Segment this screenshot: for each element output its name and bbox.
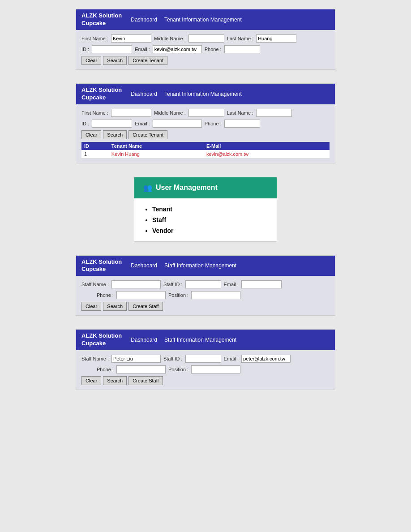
search-button4[interactable]: Search [103,376,127,385]
staff-search-empty-section: ALZK Solution Cupcake Dashboard Staff In… [76,255,335,316]
module-link4[interactable]: Staff Information Management [164,337,236,343]
staff-id-label3: Staff ID : [163,282,183,287]
staff-name-input4[interactable] [111,355,161,363]
staff-id-label4: Staff ID : [163,356,183,361]
section4-header: ALZK Solution Cupcake Dashboard Staff In… [76,330,335,350]
position-input3[interactable] [191,291,240,299]
form-row-2: ID : Email : Phone : [81,45,330,53]
col-email-header: E-Mail [204,142,330,150]
module-link1[interactable]: Tenant Information Management [164,17,242,23]
module-link2[interactable]: Tenant Information Management [164,91,242,97]
clear-button4[interactable]: Clear [81,376,101,385]
email-label4: Email : [224,356,239,361]
clear-button3[interactable]: Clear [81,302,101,311]
middle-name-label1: Middle Name : [154,36,186,41]
dashboard-link1[interactable]: Dashboard [131,17,157,23]
dashboard-link2[interactable]: Dashboard [131,91,157,97]
module-link3[interactable]: Staff Information Management [164,262,236,269]
search-button2[interactable]: Search [103,130,127,139]
form-row-8: Phone : Position : [81,365,330,373]
email-label3: Email : [224,282,239,287]
section1-body: First Name : Middle Name : Last Name : I… [76,30,335,69]
row-id: 1 [81,150,109,159]
btn-row-3: Clear Search Create Staff [81,302,330,311]
nav1: Dashboard Tenant Information Management [131,17,242,23]
btn-row-4: Clear Search Create Staff [81,376,330,385]
form-row-3: First Name : Middle Name : Last Name : [81,109,330,117]
first-name-input1[interactable] [111,34,151,43]
middle-name-input1[interactable] [188,34,224,43]
btn-row-1: Clear Search Create Tenant [81,56,330,65]
email-label2: Email : [135,121,150,126]
form-row-6: Phone : Position : [81,291,330,299]
search-button3[interactable]: Search [103,302,127,311]
search-button1[interactable]: Search [103,56,127,65]
create-staff-button3[interactable]: Create Staff [128,302,163,311]
dashboard-link4[interactable]: Dashboard [131,337,157,343]
user-management-icon: 👥 [143,184,152,192]
staff-name-input3[interactable] [111,280,161,288]
staff-id-input4[interactable] [185,355,221,363]
create-tenant-button2[interactable]: Create Tenant [128,130,167,139]
btn-row-2: Clear Search Create Tenant [81,130,330,139]
first-name-input2[interactable] [111,109,151,117]
phone-input4[interactable] [116,365,166,373]
clear-button2[interactable]: Clear [81,130,101,139]
brand4: ALZK Solution Cupcake [81,332,122,348]
user-management-header: 👥 User Management [134,177,277,198]
phone-input3[interactable] [116,291,166,299]
brand2: ALZK Solution Cupcake [81,86,122,102]
email-input3[interactable] [241,280,282,288]
row-name: Kevin Huang [109,150,204,159]
id-input1[interactable] [92,45,132,53]
id-input2[interactable] [92,120,132,128]
user-management-staff-item[interactable]: Staff [152,215,268,225]
first-name-label1: First Name : [81,36,108,41]
create-staff-button4[interactable]: Create Staff [128,376,163,385]
phone-input2[interactable] [224,120,260,128]
position-label4: Position : [168,367,188,372]
last-name-label2: Last Name : [227,110,253,116]
staff-search-filled-section: ALZK Solution Cupcake Dashboard Staff In… [76,329,335,390]
staff-name-label4: Staff Name : [81,356,109,361]
tenant-search-results-section: ALZK Solution Cupcake Dashboard Tenant I… [76,83,335,163]
staff-name-label3: Staff Name : [81,282,109,287]
last-name-input1[interactable] [256,34,296,43]
brand1: ALZK Solution Cupcake [81,12,122,27]
phone-label1: Phone : [205,47,222,52]
email-input2[interactable] [153,120,202,128]
user-management-list: Tenant Staff Vendor [134,198,277,241]
form-row-4: ID : Email : Phone : [81,120,330,128]
id-label1: ID : [81,47,89,52]
last-name-input2[interactable] [256,109,292,117]
middle-name-label2: Middle Name : [154,110,186,116]
nav4: Dashboard Staff Information Management [131,337,236,343]
phone-input1[interactable] [224,45,260,53]
section4-body: Staff Name : Staff ID : Email : Phone : … [76,350,335,390]
create-tenant-button1[interactable]: Create Tenant [128,56,167,65]
section2-header: ALZK Solution Cupcake Dashboard Tenant I… [76,84,335,104]
staff-id-input3[interactable] [185,280,221,288]
col-id-header: ID [81,142,109,150]
form-row-5: Staff Name : Staff ID : Email : [81,280,330,288]
table-row[interactable]: 1 Kevin Huang kevin@alzk.com.tw [81,150,330,159]
last-name-label1: Last Name : [227,36,253,41]
id-label2: ID : [81,121,89,126]
phone-label3: Phone : [81,292,114,298]
clear-button1[interactable]: Clear [81,56,101,65]
phone-label4: Phone : [81,367,114,372]
tenant-search-filled-section: ALZK Solution Cupcake Dashboard Tenant I… [76,9,335,70]
email-input4[interactable] [241,355,291,363]
position-input4[interactable] [191,365,240,373]
user-management-vendor-item[interactable]: Vendor [152,225,268,236]
user-management-tenant-item[interactable]: Tenant [152,204,268,215]
email-label1: Email : [135,47,150,52]
user-management-panel: 👥 User Management Tenant Staff Vendor [134,177,277,242]
email-input1[interactable] [153,45,202,53]
tenant-results-table: ID Tenant Name E-Mail 1 Kevin Huang kevi… [81,142,330,159]
section3-body: Staff Name : Staff ID : Email : Phone : … [76,276,335,315]
middle-name-input2[interactable] [188,109,224,117]
dashboard-link3[interactable]: Dashboard [131,262,157,269]
brand3: ALZK Solution Cupcake [81,258,122,274]
nav2: Dashboard Tenant Information Management [131,91,242,97]
